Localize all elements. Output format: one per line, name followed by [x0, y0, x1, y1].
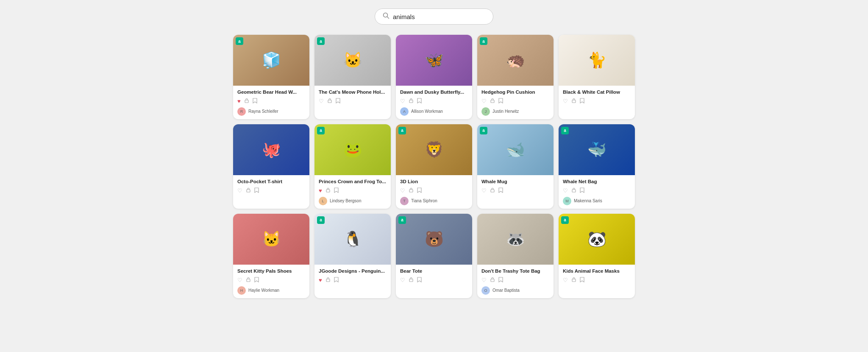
- card-actions: ♡: [400, 277, 468, 284]
- bookmark-icon[interactable]: [334, 277, 339, 284]
- card-title: Whale Net Bag: [563, 179, 631, 185]
- search-bar[interactable]: [375, 8, 493, 25]
- like-button[interactable]: ♥: [319, 187, 322, 194]
- card-title: 3D Lion: [400, 179, 468, 185]
- card-badge: a: [561, 216, 569, 224]
- svg-rect-8: [326, 190, 330, 192]
- card-content: Whale Net Bag♡ MMakenna Saris: [559, 175, 635, 209]
- card-trashy-tote[interactable]: 🦝Don't Be Trashy Tote Bag♡ OOmar Baptist…: [477, 214, 554, 298]
- card-image-kitty-shoes: 🐱: [233, 214, 309, 265]
- lock-icon: [326, 277, 331, 283]
- like-button[interactable]: ♡: [319, 98, 324, 104]
- bookmark-icon[interactable]: [498, 277, 503, 284]
- card-bear-bottle[interactable]: a🧊Geometric Bear Head W...♥ RRayna Schle…: [233, 35, 309, 119]
- bookmark-icon[interactable]: [254, 277, 259, 284]
- card-image-placeholder: 🐻: [396, 214, 472, 265]
- card-content: Dawn and Dusky Butterfly...♡ AAllison Wo…: [396, 86, 472, 119]
- card-title: JGoode Designs - Penguin...: [319, 268, 387, 274]
- card-actions: ♡: [400, 187, 468, 194]
- author-name: Omar Baptista: [492, 288, 520, 293]
- like-button[interactable]: ♡: [400, 187, 405, 194]
- card-whale-bag[interactable]: a🐳Whale Net Bag♡ MMakenna Saris: [559, 124, 635, 209]
- card-hedgehog[interactable]: a🦔Hedgehog Pin Cushion♡ JJustin Herwitz: [477, 35, 554, 119]
- card-content: Whale Mug♡: [477, 175, 554, 209]
- bookmark-icon[interactable]: [580, 277, 584, 284]
- card-image-3d-lion: a🦁: [396, 124, 472, 175]
- card-badge: a: [236, 37, 243, 45]
- card-author: RRayna Schleifer: [237, 107, 305, 116]
- bookmark-icon[interactable]: [334, 187, 339, 194]
- card-bear-tote[interactable]: a🐻Bear Tote♡: [396, 214, 472, 298]
- like-button[interactable]: ♡: [400, 98, 405, 104]
- card-badge: a: [398, 216, 406, 224]
- card-content: Bear Tote♡: [396, 265, 472, 298]
- card-content: Secret Kitty Pals Shoes♡ HHaylie Workman: [233, 265, 309, 298]
- card-whale-mug[interactable]: a🐋Whale Mug♡: [477, 124, 554, 209]
- card-author: AAllison Workman: [400, 107, 468, 116]
- bookmark-icon[interactable]: [580, 98, 584, 105]
- lock-icon: [327, 98, 332, 104]
- like-button[interactable]: ♡: [237, 187, 242, 194]
- card-content: Don't Be Trashy Tote Bag♡ OOmar Baptista: [477, 265, 554, 298]
- card-actions: ♥: [319, 187, 387, 194]
- author-name: Makenna Saris: [574, 198, 602, 203]
- like-button[interactable]: ♡: [563, 98, 568, 104]
- bookmark-icon[interactable]: [498, 187, 503, 194]
- like-button[interactable]: ♡: [481, 187, 487, 194]
- lock-icon: [246, 187, 251, 194]
- bookmark-icon[interactable]: [417, 98, 422, 105]
- card-animal-face[interactable]: a🐼Kids Animal Face Masks♡: [559, 214, 635, 298]
- card-image-whale-bag: a🐳: [559, 124, 635, 175]
- card-image-animal-face: a🐼: [559, 214, 635, 265]
- card-actions: ♡: [319, 98, 387, 105]
- search-input[interactable]: [393, 13, 485, 20]
- card-image-placeholder: 🐋: [477, 124, 554, 175]
- card-content: The Cat's Meow Phone Hol...♡: [314, 86, 391, 119]
- like-button[interactable]: ♥: [319, 277, 322, 283]
- svg-rect-11: [572, 190, 576, 192]
- card-penguin[interactable]: a🐧JGoode Designs - Penguin...♥: [314, 214, 391, 298]
- bookmark-icon[interactable]: [253, 98, 257, 105]
- bookmark-icon[interactable]: [417, 187, 422, 194]
- card-kitty-shoes[interactable]: 🐱Secret Kitty Pals Shoes♡ HHaylie Workma…: [233, 214, 309, 298]
- card-author: MMakenna Saris: [563, 197, 631, 205]
- author-avatar: O: [481, 286, 490, 295]
- card-title: Black & White Cat Pillow: [563, 89, 631, 95]
- card-actions: ♡: [563, 277, 631, 284]
- author-avatar: R: [237, 107, 246, 116]
- author-name: Rayna Schleifer: [248, 109, 278, 114]
- card-content: Princes Crown and Frog To...♥ LLindsey B…: [314, 175, 391, 209]
- bookmark-icon[interactable]: [580, 187, 584, 194]
- card-cat-phone[interactable]: a🐱The Cat's Meow Phone Hol...♡: [314, 35, 391, 119]
- card-frog-bag[interactable]: a🐸Princes Crown and Frog To...♥ LLindsey…: [314, 124, 391, 209]
- card-badge: a: [317, 216, 325, 224]
- like-button[interactable]: ♡: [563, 187, 568, 194]
- like-button[interactable]: ♡: [481, 98, 487, 104]
- bookmark-icon[interactable]: [254, 187, 259, 194]
- like-button[interactable]: ♡: [481, 277, 487, 283]
- like-button[interactable]: ♡: [400, 277, 405, 283]
- svg-rect-15: [491, 279, 494, 282]
- author-name: Tiana Siphron: [411, 198, 437, 203]
- like-button[interactable]: ♥: [237, 98, 241, 104]
- card-butterfly[interactable]: 🦋Dawn and Dusky Butterfly...♡ AAllison W…: [396, 35, 472, 119]
- like-button[interactable]: ♡: [237, 277, 242, 283]
- card-actions: ♡: [400, 98, 468, 105]
- card-3d-lion[interactable]: a🦁3D Lion♡ TTiana Siphron: [396, 124, 472, 209]
- bookmark-icon[interactable]: [336, 98, 340, 105]
- card-content: Kids Animal Face Masks♡: [559, 265, 635, 298]
- card-cat-pillow[interactable]: 🐈Black & White Cat Pillow♡: [559, 35, 635, 119]
- bookmark-icon[interactable]: [417, 277, 422, 284]
- author-avatar: J: [481, 107, 490, 116]
- card-title: Geometric Bear Head W...: [237, 89, 305, 95]
- card-actions: ♡: [481, 98, 549, 105]
- card-image-cat-phone: a🐱: [314, 35, 391, 86]
- bookmark-icon[interactable]: [498, 98, 503, 105]
- card-image-placeholder: 🐱: [233, 214, 309, 265]
- card-image-hedgehog: a🦔: [477, 35, 554, 86]
- card-content: Hedgehog Pin Cushion♡ JJustin Herwitz: [477, 86, 554, 119]
- card-octo-shirt[interactable]: 🐙Octo-Pocket T-shirt♡: [233, 124, 309, 209]
- like-button[interactable]: ♡: [563, 277, 568, 283]
- card-badge: a: [317, 37, 325, 45]
- author-avatar: A: [400, 107, 409, 116]
